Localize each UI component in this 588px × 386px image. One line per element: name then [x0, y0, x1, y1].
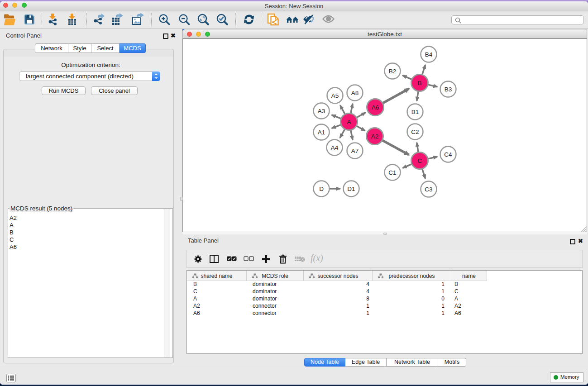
svg-text:B1: B1 [411, 109, 419, 115]
svg-text:A3: A3 [318, 108, 325, 114]
svg-text:C: C [417, 157, 422, 164]
svg-text:B3: B3 [445, 86, 452, 93]
svg-text:A2: A2 [371, 133, 379, 140]
svg-text:C3: C3 [425, 186, 432, 193]
svg-text:A1: A1 [318, 129, 325, 136]
svg-text:B2: B2 [389, 68, 397, 75]
svg-text:A6: A6 [372, 104, 379, 111]
svg-text:C2: C2 [411, 129, 419, 135]
svg-text:B4: B4 [425, 51, 433, 58]
svg-text:A: A [347, 119, 351, 125]
svg-text:C1: C1 [388, 169, 396, 176]
svg-text:A5: A5 [331, 92, 339, 99]
svg-text:A4: A4 [331, 144, 339, 151]
svg-text:B: B [417, 80, 421, 86]
svg-text:A7: A7 [351, 148, 359, 154]
svg-text:D1: D1 [347, 186, 355, 192]
svg-text:C4: C4 [444, 151, 452, 158]
svg-text:A8: A8 [351, 90, 359, 96]
svg-text:D: D [319, 186, 324, 192]
